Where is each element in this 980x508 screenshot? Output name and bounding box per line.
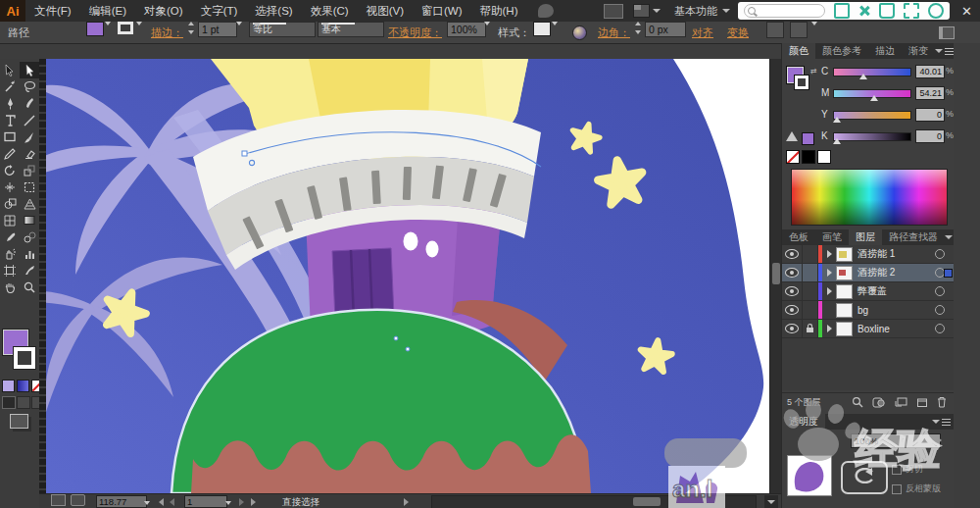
fill-color-swatch[interactable] [86, 22, 104, 36]
select-similar-caret-icon[interactable] [811, 22, 817, 25]
menu-type[interactable]: 文字(T) [192, 0, 247, 22]
expand-icon[interactable] [827, 250, 832, 258]
menu-view[interactable]: 视图(V) [358, 0, 413, 22]
lock-toggle[interactable] [803, 245, 818, 263]
expand-icon[interactable] [827, 269, 832, 277]
first-artboard-icon[interactable] [159, 498, 164, 506]
canvas[interactable] [46, 59, 769, 493]
stroke-weight-caret-icon[interactable] [236, 22, 242, 25]
horizontal-scroll-thumb[interactable] [633, 497, 661, 506]
panel-stroke-chip[interactable] [795, 76, 808, 89]
target-circle-icon[interactable] [935, 249, 945, 259]
blend-tool[interactable] [20, 229, 39, 245]
zoom-tool[interactable] [20, 279, 39, 295]
expand-icon[interactable] [858, 5, 870, 17]
brush-definition-dropdown[interactable]: 基本 [318, 22, 384, 37]
next-artboard-icon[interactable] [239, 498, 244, 506]
zoom-caret-icon[interactable] [144, 501, 150, 505]
lock-toggle[interactable] [803, 301, 818, 319]
export-icon[interactable] [71, 494, 85, 506]
transparency-opacity-field[interactable]: 100% [851, 433, 941, 448]
stroke-caret-icon[interactable] [136, 22, 142, 25]
opacity-slider-icon[interactable] [937, 436, 942, 444]
black-slider-thumb[interactable] [833, 138, 841, 144]
menu-file[interactable]: 文件(F) [25, 0, 80, 22]
swap-fill-stroke-icon[interactable]: ⇄ [810, 67, 817, 76]
mesh-tool[interactable] [0, 212, 20, 229]
rectangle-tool[interactable] [0, 128, 20, 145]
corner-field[interactable]: 0 px [645, 22, 686, 37]
status-expand-icon[interactable] [404, 498, 409, 506]
visibility-toggle[interactable] [782, 264, 803, 281]
yellow-value-field[interactable]: 0 [915, 108, 945, 122]
vertical-scroll-thumb[interactable] [772, 263, 780, 284]
lock-toggle[interactable] [803, 320, 818, 337]
make-mask-button[interactable] [841, 461, 888, 494]
new-layer-icon[interactable] [916, 397, 928, 408]
invert-mask-checkbox[interactable]: 反相蒙版 [892, 483, 941, 495]
expand-icon[interactable] [827, 287, 832, 295]
target-circle-icon[interactable] [935, 305, 945, 315]
column-graph-tool[interactable] [20, 245, 39, 262]
save-icon[interactable] [879, 3, 895, 19]
rotate-tool[interactable] [0, 162, 20, 178]
cyan-slider[interactable] [833, 68, 911, 76]
line-segment-tool[interactable] [20, 112, 39, 128]
shape-builder-tool[interactable] [0, 195, 20, 212]
layer-row[interactable]: 酒捞能 1 [782, 245, 955, 264]
lasso-tool[interactable] [20, 78, 39, 95]
symbol-sprayer-tool[interactable] [0, 245, 20, 262]
layer-row[interactable]: bg [782, 301, 955, 320]
white-chip[interactable] [817, 150, 831, 164]
prev-artboard-icon[interactable] [170, 498, 174, 506]
artboard-tool[interactable] [0, 262, 20, 279]
cyan-value-field[interactable]: 40.01 [915, 65, 945, 78]
lock-toggle[interactable] [803, 264, 818, 281]
hand-tool[interactable] [0, 279, 20, 295]
layer-row[interactable]: Boxline [782, 320, 955, 338]
layer-name[interactable]: 弊覆盖 [858, 284, 887, 298]
checkbox-icon[interactable] [892, 465, 902, 475]
new-sublayer-icon[interactable] [895, 397, 907, 408]
screen-mode-button[interactable] [10, 414, 28, 429]
selection-tool[interactable] [0, 62, 20, 78]
blob-brush-tool[interactable] [20, 95, 39, 112]
scrollbar-corner-button[interactable] [764, 495, 778, 508]
slice-tool[interactable] [20, 262, 39, 279]
delete-layer-icon[interactable] [937, 396, 947, 408]
yellow-slider-thumb[interactable] [833, 117, 841, 123]
layer-name[interactable]: bg [858, 305, 868, 316]
black-value-field[interactable]: 0 [915, 129, 945, 143]
arrange-documents-icon[interactable] [633, 4, 661, 18]
menu-object[interactable]: 对象(O) [135, 0, 192, 22]
scale-tool[interactable] [20, 162, 39, 178]
share-icon[interactable] [904, 3, 919, 19]
panel-menu-icon[interactable] [932, 414, 955, 430]
menu-window[interactable]: 窗口(W) [413, 0, 471, 22]
stroke-color-swatch[interactable] [118, 22, 133, 34]
gamut-warning-icon[interactable] [786, 131, 798, 141]
align-link[interactable]: 对齐 [692, 22, 713, 43]
zoom-level-field[interactable]: 118.77 [96, 495, 147, 508]
style-caret-icon[interactable] [552, 22, 558, 25]
menu-help[interactable]: 帮助(H) [471, 0, 527, 22]
layer-row-selected[interactable]: 酒捞能 2 [782, 264, 955, 282]
window-close-icon[interactable]: ✕ [961, 4, 972, 19]
style-swatch[interactable] [533, 22, 551, 36]
isolate-selection-icon[interactable] [766, 22, 784, 38]
eraser-tool[interactable] [20, 145, 39, 162]
none-chip[interactable] [786, 150, 800, 164]
visibility-toggle[interactable] [782, 320, 803, 337]
target-circle-icon[interactable] [935, 286, 945, 296]
bridge-icon[interactable] [604, 4, 623, 19]
tab-transparency[interactable]: 透明度 [782, 414, 825, 430]
lock-toggle[interactable] [803, 282, 818, 300]
magic-wand-tool[interactable] [0, 78, 20, 95]
tab-layers[interactable]: 图层 [849, 229, 882, 245]
direct-selection-tool[interactable] [20, 62, 39, 78]
corner-label[interactable]: 边角： [598, 22, 630, 43]
stroke-chip[interactable] [14, 347, 35, 369]
stroke-weight-field[interactable]: 1 pt [198, 22, 237, 37]
corner-stepper[interactable] [635, 22, 642, 34]
device-icon[interactable] [834, 3, 850, 19]
